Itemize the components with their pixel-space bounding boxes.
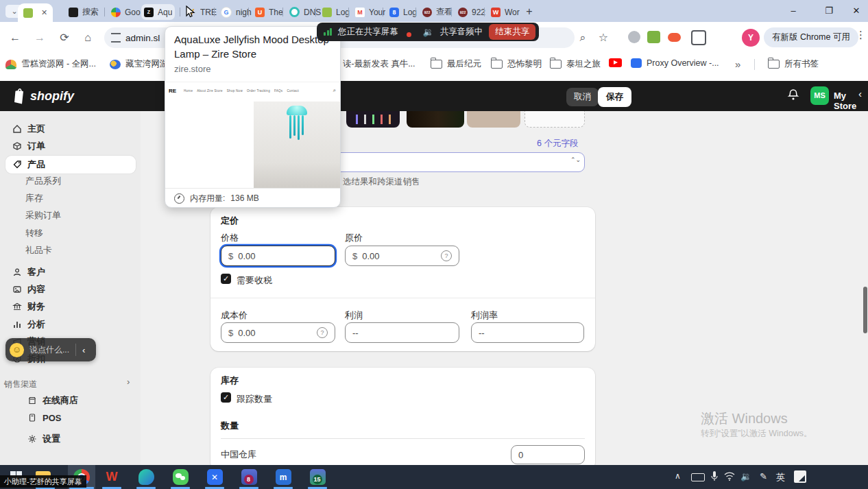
assistant-placeholder[interactable]: 说点什么... — [29, 344, 69, 356]
track-quantity-checkbox[interactable]: ✓ — [221, 392, 231, 403]
microphone-icon[interactable] — [710, 470, 719, 483]
price-input[interactable]: $ 0.00 — [221, 246, 335, 266]
bookmarks-overflow-chevron[interactable]: » — [735, 58, 740, 70]
zoom-icon[interactable]: ⌕ — [575, 29, 591, 46]
volume-icon[interactable]: 🔉 — [740, 471, 751, 481]
sidebar-item-transfers[interactable]: 转移 — [25, 226, 43, 240]
taskbar-wechat[interactable] — [171, 468, 189, 486]
browser-tab-13[interactable]: WWor — [488, 4, 522, 20]
save-button[interactable]: 保存 — [598, 87, 631, 107]
sidebar-item-finance[interactable]: 财务 — [12, 300, 45, 313]
add-media-placeholder[interactable] — [525, 111, 585, 128]
extensions-puzzle-icon[interactable] — [691, 30, 706, 45]
tray-expand-chevron-icon[interactable]: ∧ — [675, 471, 681, 481]
wifi-icon[interactable] — [724, 472, 735, 481]
browser-tab-1[interactable]: 搜索 — [66, 4, 101, 20]
profile-avatar[interactable]: Y — [742, 29, 760, 47]
extension-vpn-icon[interactable] — [628, 31, 640, 43]
help-icon[interactable]: ? — [441, 250, 452, 261]
bookmark-folder[interactable]: 最后纪元 — [431, 58, 481, 70]
sidebar-item-settings[interactable]: 设置 — [27, 432, 60, 446]
reload-icon[interactable]: ⟳ — [56, 29, 73, 46]
sidebar-item-customers[interactable]: 客户 — [12, 265, 45, 279]
product-media-thumbnail[interactable] — [407, 111, 464, 128]
metafields-link[interactable]: 6 个元字段 — [537, 138, 578, 150]
window-restore-button[interactable]: ❐ — [817, 3, 841, 19]
forward-icon[interactable]: → — [32, 29, 48, 46]
compare-price-input[interactable]: $ 0.00 ? — [345, 246, 459, 266]
bookmark-folder[interactable]: 泰坦之旅 — [550, 58, 601, 70]
browser-tab-3-hovered[interactable]: ZAqu — [141, 4, 175, 20]
touch-keyboard-icon[interactable] — [794, 470, 806, 483]
taskbar-wps[interactable]: W — [103, 468, 121, 486]
windows-activation-watermark: 激活 Windows — [701, 409, 788, 428]
profit-input[interactable]: -- — [345, 322, 459, 343]
browser-tab-12[interactable]: 922922 — [455, 4, 488, 20]
bookmark-star-icon[interactable]: ☆ — [595, 29, 612, 46]
taskbar-docs[interactable]: ✕ — [206, 468, 224, 486]
site-settings-icon[interactable] — [111, 33, 121, 43]
assistant-widget[interactable]: ☺ 说点什么... ‹ — [5, 338, 96, 361]
sidebar-item-analytics[interactable]: 分析 — [12, 318, 45, 331]
window-minimize-button[interactable]: – — [782, 3, 805, 19]
bookmark-item[interactable]: 藏宝湾网游 — [110, 58, 169, 70]
home-icon[interactable]: ⌂ — [80, 29, 96, 46]
tab-close-icon[interactable]: ✕ — [41, 8, 47, 17]
bookmark-item[interactable]: Proxy Overview -... — [631, 58, 719, 68]
cancel-button[interactable]: 取消 — [566, 88, 599, 106]
sidebar-item-collections[interactable]: 产品系列 — [25, 174, 61, 188]
sidebar-item-purchase-orders[interactable]: 采购订单 — [25, 208, 61, 222]
sidebar-item-online-store[interactable]: 在线商店 — [27, 394, 78, 407]
browser-menu-icon[interactable]: ⋮ — [856, 29, 866, 41]
sidebar-item-gift-cards[interactable]: 礼品卡 — [25, 243, 52, 257]
widget-collapse-icon[interactable]: ‹ — [82, 345, 85, 355]
page-scrollbar-thumb[interactable] — [863, 287, 867, 333]
all-bookmarks-folder[interactable]: 所有书签 — [768, 58, 819, 70]
browser-tab-6[interactable]: UThe — [252, 4, 286, 20]
product-media-thumbnail[interactable] — [346, 111, 400, 128]
stop-sharing-button[interactable]: 结束共享 — [489, 24, 535, 40]
store-name[interactable]: My Store — [834, 91, 868, 111]
taskbar-calendar-8[interactable]: 8 — [240, 468, 258, 486]
quantity-input[interactable]: 0 — [511, 445, 585, 464]
sidebar-item-orders[interactable]: 订单 — [12, 139, 45, 153]
extension-glasses-icon[interactable] — [647, 31, 660, 43]
chrome-update-button[interactable]: 有新版 Chrome 可用 — [764, 27, 858, 47]
taskbar-meeting[interactable]: m — [274, 468, 292, 486]
browser-tab-active[interactable]: ✕ — [18, 3, 53, 22]
sidebar-item-pos[interactable]: POS — [27, 411, 61, 425]
bookmark-item[interactable] — [609, 58, 622, 67]
back-icon[interactable]: ← — [7, 29, 23, 46]
bookmark-item[interactable]: 雪糕资源网 - 全网... — [5, 58, 96, 70]
help-icon[interactable]: ? — [317, 327, 328, 338]
browser-tab-7[interactable]: DNS — [287, 4, 324, 20]
header-collapse-chevron-icon[interactable]: ‹ — [858, 88, 862, 99]
charge-tax-checkbox[interactable]: ✓ — [221, 274, 231, 284]
sales-channels-chevron-icon[interactable]: › — [127, 377, 130, 387]
browser-tab-2[interactable]: Goo — [108, 4, 143, 20]
notifications-bell-icon[interactable] — [786, 88, 801, 103]
new-tab-button[interactable]: + — [521, 4, 538, 19]
store-avatar[interactable]: MS — [810, 86, 829, 105]
sidebar-item-content[interactable]: 内容 — [12, 283, 45, 296]
browser-tab-8[interactable]: Log — [320, 4, 352, 20]
extension-cloud-icon[interactable] — [668, 33, 681, 42]
taskbar-calendar-15[interactable]: 15 — [309, 468, 326, 486]
browser-tab-11[interactable]: 922查看 — [420, 4, 455, 20]
battery-icon[interactable] — [691, 473, 705, 481]
bookmark-item[interactable]: 读-最新发表 真牛... — [343, 58, 415, 70]
product-media-thumbnail[interactable] — [467, 111, 520, 128]
ime-language-indicator[interactable]: 英 — [776, 471, 785, 484]
margin-input[interactable]: -- — [471, 322, 584, 343]
assistant-smiley-icon[interactable]: ☺ — [10, 343, 24, 357]
taskbar-voov[interactable] — [137, 468, 155, 486]
browser-tab-10[interactable]: 8Log — [387, 4, 420, 20]
pen-icon[interactable]: ✎ — [760, 471, 767, 481]
sidebar-item-products[interactable]: 产品 — [12, 158, 45, 171]
bookmark-folder[interactable]: 恐怖黎明 — [491, 58, 542, 70]
sidebar-item-home[interactable]: 主页 — [12, 122, 45, 136]
shopify-logo[interactable]: shopify — [11, 88, 74, 104]
cost-input[interactable]: $ 0.00 ? — [221, 322, 335, 343]
window-close-button[interactable]: ✕ — [845, 3, 868, 19]
sidebar-item-inventory[interactable]: 库存 — [25, 191, 43, 205]
